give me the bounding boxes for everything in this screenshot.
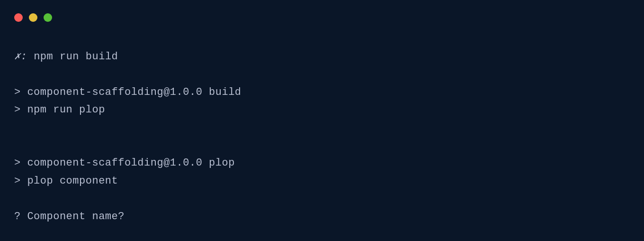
output-line: > npm run plop <box>14 101 630 119</box>
output-line <box>14 190 630 207</box>
output-line <box>14 119 630 137</box>
prompt-line: ? Component name? <box>14 208 630 225</box>
minimize-button[interactable] <box>29 13 37 22</box>
output-line: > plop component <box>14 172 630 190</box>
window-titlebar <box>0 0 644 22</box>
output-line: > component-scaffolding@1.0.0 build <box>14 83 630 101</box>
output-line <box>14 65 630 83</box>
terminal-window: ✗: npm run build > component-scaffolding… <box>0 0 644 241</box>
terminal-content[interactable]: ✗: npm run build > component-scaffolding… <box>0 22 644 240</box>
command-text: npm run build <box>27 51 118 63</box>
output-line: > component-scaffolding@1.0.0 plop <box>14 154 630 172</box>
maximize-button[interactable] <box>44 13 52 22</box>
output-line <box>14 137 630 154</box>
close-button[interactable] <box>14 13 23 22</box>
command-line: ✗: npm run build <box>14 48 630 65</box>
prompt-symbol: ✗: <box>14 51 27 63</box>
